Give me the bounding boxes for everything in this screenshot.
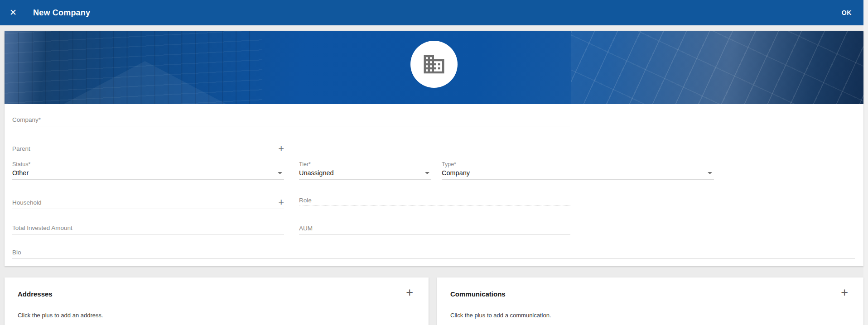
bio-label: Bio: [12, 249, 21, 256]
appbar: ✕ New Company OK: [0, 0, 863, 25]
add-parent-icon[interactable]: +: [278, 143, 284, 153]
addresses-title: Addresses: [18, 290, 53, 298]
total-invested-amount-label: Total Invested Amount: [12, 225, 72, 231]
addresses-card: Addresses + Click the plus to add an add…: [5, 277, 429, 325]
communications-card: Communications + Click the plus to add a…: [437, 277, 863, 325]
communications-hint: Click the plus to add a communication.: [450, 312, 551, 319]
building-icon: [422, 52, 446, 76]
tier-select[interactable]: Tier* Unassigned: [299, 161, 431, 180]
parent-input[interactable]: Parent +: [12, 140, 284, 155]
status-dropdown-arrow-icon[interactable]: [278, 172, 282, 174]
total-invested-amount-input[interactable]: Total Invested Amount: [12, 220, 284, 234]
aum-label: AUM: [299, 225, 313, 232]
tier-label: Tier*: [299, 161, 311, 167]
aum-input[interactable]: AUM: [299, 220, 570, 235]
household-label: Household: [12, 199, 42, 206]
add-address-icon[interactable]: +: [406, 287, 413, 299]
add-communication-icon[interactable]: +: [841, 287, 848, 299]
add-household-icon[interactable]: +: [278, 197, 284, 207]
company-avatar[interactable]: [410, 41, 458, 88]
role-label: Role: [299, 197, 312, 204]
company-form-card: Company* Parent + Status* Other Tier* Un…: [5, 31, 863, 266]
tier-value: Unassigned: [299, 169, 334, 177]
household-input[interactable]: Household +: [12, 194, 284, 209]
banner-image: [5, 31, 863, 104]
tier-dropdown-arrow-icon[interactable]: [425, 172, 429, 174]
type-dropdown-arrow-icon[interactable]: [708, 172, 712, 174]
ok-button[interactable]: OK: [842, 0, 852, 25]
status-label: Status*: [12, 161, 30, 167]
company-label: Company*: [12, 116, 41, 123]
communications-title: Communications: [450, 290, 506, 298]
type-value: Company: [442, 169, 470, 177]
bio-input[interactable]: Bio: [12, 244, 855, 259]
company-input[interactable]: Company*: [12, 111, 570, 126]
status-select[interactable]: Status* Other: [12, 161, 284, 180]
banner-building-peak: [63, 61, 227, 104]
banner-buildings-right-texture: [571, 31, 863, 104]
type-label: Type*: [442, 161, 456, 167]
role-input: Role: [299, 195, 570, 206]
type-select[interactable]: Type* Company: [442, 161, 714, 180]
addresses-hint: Click the plus to add an address.: [18, 312, 103, 319]
page-title: New Company: [33, 8, 90, 18]
status-value: Other: [12, 169, 29, 177]
close-icon[interactable]: ✕: [8, 7, 19, 18]
parent-label: Parent: [12, 145, 30, 152]
scrollbar[interactable]: [863, 0, 868, 325]
